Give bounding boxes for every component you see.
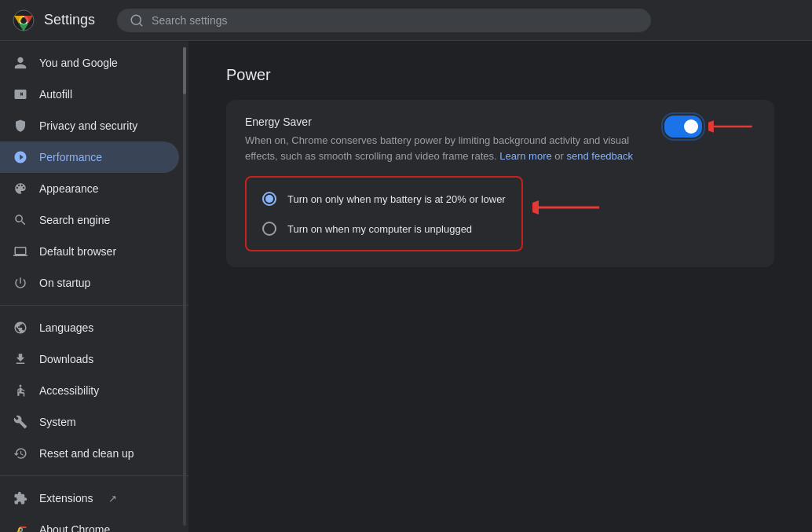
toggle-with-arrow — [664, 116, 755, 138]
body: You and Google Autofill Privacy and secu… — [0, 41, 812, 532]
sidebar-label: Downloads — [39, 353, 93, 365]
puzzle-icon — [13, 490, 28, 506]
sidebar-label: Privacy and security — [39, 119, 137, 132]
sidebar-item-privacy-and-security[interactable]: Privacy and security — [0, 110, 179, 141]
energy-saver-card: Energy Saver When on, Chrome conserves b… — [226, 100, 774, 267]
power-icon — [13, 275, 28, 291]
external-link-icon: ↗ — [108, 493, 117, 504]
radio-circle — [262, 222, 276, 236]
shield-icon — [13, 118, 28, 134]
chrome-icon — [13, 522, 28, 532]
sidebar-label: About Chrome — [39, 523, 110, 532]
sidebar-label: Default browser — [39, 245, 116, 258]
radio-options-box: Turn on only when my battery is at 20% o… — [245, 176, 523, 251]
search-input[interactable] — [152, 14, 638, 27]
radio-option-unplugged[interactable]: Turn on when my computer is unplugged — [256, 214, 512, 244]
accessibility-icon — [13, 383, 28, 398]
header: Settings — [0, 0, 812, 41]
sidebar-label: Accessibility — [39, 384, 99, 397]
sidebar-label: Appearance — [39, 182, 99, 195]
scrollbar-thumb[interactable] — [183, 47, 186, 94]
badge-icon — [13, 86, 28, 102]
search-bar[interactable] — [117, 9, 651, 32]
sidebar-item-performance[interactable]: Performance — [0, 141, 179, 173]
sidebar-label: Reset and clean up — [39, 447, 134, 460]
chrome-logo-icon — [13, 9, 35, 31]
app-title: Settings — [44, 12, 95, 28]
red-arrow-indicator — [708, 117, 755, 136]
sidebar-label: Search engine — [39, 214, 110, 226]
energy-saver-toggle[interactable] — [664, 116, 702, 138]
main-content: Power Energy Saver When on, Chrome conse… — [188, 41, 812, 532]
sidebar-item-accessibility[interactable]: Accessibility — [0, 375, 179, 406]
sidebar-item-search-engine[interactable]: Search engine — [0, 204, 179, 236]
sidebar-label: Autofill — [39, 88, 72, 101]
sidebar-item-appearance[interactable]: Appearance — [0, 173, 179, 204]
toggle-thumb — [684, 119, 698, 134]
sidebar-label: Performance — [39, 151, 102, 163]
globe-icon — [13, 320, 28, 336]
palette-icon — [13, 181, 28, 196]
card-description: When on, Chrome conserves battery power … — [245, 133, 652, 163]
speed-icon — [13, 149, 28, 165]
card-header-row: Energy Saver When on, Chrome conserves b… — [245, 116, 755, 163]
sidebar-label: You and Google — [39, 57, 118, 69]
scrollbar-track — [183, 47, 186, 526]
learn-more-link[interactable]: Learn more — [499, 150, 551, 162]
sidebar-label: On startup — [39, 277, 90, 289]
sidebar: You and Google Autofill Privacy and secu… — [0, 41, 188, 532]
sidebar-item-on-startup[interactable]: On startup — [0, 267, 179, 299]
desktop-icon — [13, 244, 28, 259]
radio-arrow-indicator — [532, 198, 603, 217]
send-feedback-link[interactable]: send feedback — [567, 150, 634, 162]
sidebar-item-downloads[interactable]: Downloads — [0, 343, 179, 375]
download-icon — [13, 351, 28, 367]
sidebar-item-system[interactable]: System — [0, 406, 179, 438]
person-icon — [13, 55, 28, 71]
sidebar-item-extensions[interactable]: Extensions ↗ — [0, 482, 179, 514]
sidebar-divider-2 — [0, 475, 188, 476]
radio-section: Turn on only when my battery is at 20% o… — [245, 163, 755, 251]
history-icon — [13, 446, 28, 461]
card-desc-or: or — [554, 150, 566, 162]
sidebar-item-autofill[interactable]: Autofill — [0, 79, 179, 110]
sidebar-item-reset-and-clean[interactable]: Reset and clean up — [0, 438, 179, 469]
sidebar-divider — [0, 305, 188, 306]
svg-point-3 — [20, 385, 22, 387]
radio-label: Turn on when my computer is unplugged — [287, 223, 472, 235]
sidebar-label: Extensions — [39, 492, 93, 504]
sidebar-item-about-chrome[interactable]: About Chrome — [0, 514, 179, 532]
sidebar-label: Languages — [39, 321, 93, 334]
search-icon — [130, 13, 144, 28]
sidebar-item-you-and-google[interactable]: You and Google — [0, 47, 179, 79]
wrench-icon — [13, 414, 28, 430]
card-info: Energy Saver When on, Chrome conserves b… — [245, 116, 652, 163]
radio-label: Turn on only when my battery is at 20% o… — [287, 193, 506, 205]
card-title: Energy Saver — [245, 116, 652, 128]
search-engine-icon — [13, 212, 28, 228]
section-title: Power — [226, 66, 774, 84]
radio-option-battery-20[interactable]: Turn on only when my battery is at 20% o… — [256, 184, 512, 214]
sidebar-label: System — [39, 416, 76, 428]
sidebar-item-languages[interactable]: Languages — [0, 312, 179, 343]
sidebar-item-default-browser[interactable]: Default browser — [0, 236, 179, 267]
radio-circle-selected — [262, 192, 276, 206]
